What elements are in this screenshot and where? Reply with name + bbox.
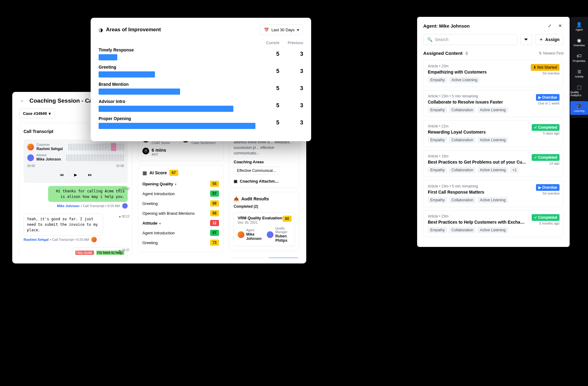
close-icon[interactable]: ✕ [557,22,564,29]
card-title: Collaborate to Resolve Issues Faster [428,100,526,104]
sidenav-item-learning[interactable]: 🎓Learning [570,101,588,115]
filter-icon: ⏷ [524,37,529,42]
coaching-area-chip[interactable]: Effective Communicat… [234,167,280,175]
metric-current: 5 [261,68,279,74]
inbox-icon: 📥 [234,196,239,201]
message-timestamp: 00:12 [119,215,130,218]
ai-subscore-row: Opening with Brand Mentions 68 [142,208,219,218]
date-range-select[interactable]: 📅 Last 30 Days ▾ [260,25,303,35]
waveform-advisor[interactable] [66,154,124,161]
transcript-message: 00:12 Yeah, it's good so far. I just nee… [24,214,128,242]
content-tag: Collaboration [449,107,476,113]
audit-row[interactable]: VRM Quality Evaluation Dec 30, 2021 60 A… [234,212,295,246]
stat-icon: ⏱ [142,148,149,154]
ai-group-header[interactable]: Attitude▾ 12 [142,218,219,228]
card-title: First Call Response Matters [428,190,526,195]
back-button[interactable]: ← [19,97,26,104]
metric-bar [99,54,117,60]
customer-role: Customer [36,143,50,146]
stat-label: Case Sentiment [191,141,215,145]
chevron-down-icon: ▾ [159,222,161,225]
audit-results-panel: 📥Audit Results Completed (2) VRM Quality… [229,192,300,251]
ai-subscore-value: 73 [210,240,219,246]
content-tag: Active Listening [477,107,508,113]
content-tag: Empathy [428,167,447,173]
assign-button[interactable]: ＋Assign [535,34,564,45]
ai-group-score: 55 [210,181,219,187]
sidenav-item-overview[interactable]: ◉Overview [570,36,588,49]
agent-panel-title: Agent: Mike Johnson [423,23,543,28]
metric-bar [99,71,155,78]
content-tag: Active Listening [477,167,508,173]
advisor-name: Mike Johnson [36,157,61,161]
content-tag: Empathy [428,137,447,143]
sidenav-item-quality[interactable]: ⬚Quality Analytics [570,82,588,99]
assigned-content-card[interactable]: Article • 21m Rewarding Loyal Customers … [423,120,564,147]
metric-previous: 3 [285,102,303,109]
sidenav-item-agent[interactable]: 👤Agent [570,20,588,34]
col-previous: Previous [285,40,303,45]
ai-group-header[interactable]: Opening Quality▾ 55 [142,179,219,189]
avatar [267,231,273,238]
prev-button[interactable]: ⏮ [57,171,66,179]
calendar-icon: 📅 [264,28,269,32]
assigned-content-card[interactable]: Article • 23m Best Practices to Help Cus… [423,210,564,237]
ai-score-title: AI Score [149,170,167,175]
schedule-followup-button[interactable]: Schedule Follow-Up [229,258,264,258]
content-tag: Active Listening [477,197,508,203]
message-author[interactable]: Mike Johnson [57,204,79,208]
due-label: 5 days ago [543,131,560,135]
content-tag: Collaboration [449,227,476,233]
stat-value: 6 mins [152,148,166,153]
chart-icon: ⬚ [577,85,582,90]
target-icon: ◑ [99,27,103,33]
complete-session-button[interactable]: Complete Session [267,258,300,258]
status-badge: ✓ Completed [532,124,560,131]
metric-label: Advisor Intro [99,99,255,104]
message-meta: Rashimi Sehgal • Call Transcript • 9:25 … [24,237,128,242]
qm-name: Ruben Philips [275,234,291,243]
stat-label: CSAT Score [152,141,170,145]
ai-subscore-value: 97 [210,191,219,197]
activity-icon: ≣ [577,69,581,74]
time-end: 01:00 [116,164,124,168]
search-input[interactable]: 🔍 Search [423,34,517,45]
avatar [122,203,128,209]
content-tag: Empathy [428,77,447,83]
assigned-content-card[interactable]: Article • 23m Empathizing with Customers… [423,60,564,87]
improvement-row: Greeting 5 3 [99,65,303,78]
message-author[interactable]: Rashimi Sehgal [24,238,49,241]
overview-icon: ◉ [577,38,581,43]
advisor-role: Advisor [36,153,47,157]
avatar [91,237,97,242]
assigned-content-title: Assigned Content [423,51,462,56]
sidenav-item-label: Quality Analytics [570,91,588,97]
assigned-content-card[interactable]: Article • 23m • 5 min remaining First Ca… [423,180,564,207]
next-button[interactable]: ⏭ [85,171,94,179]
waveform-customer[interactable] [68,144,124,150]
sidenav-item-properties[interactable]: 🏷Properties [570,51,588,65]
message-bubble: Hi thanks for calling Acme this is aliso… [48,186,128,202]
coaching-attachments-title: Coaching Attachm… [240,179,279,184]
content-tag: Active Listening [477,137,508,143]
ai-subscore-name: Greeting [142,201,158,206]
overview-stat: ⏱ 6 minsAHT [142,148,179,157]
assigned-content-card[interactable]: Article • 23m • 5 min remaining Collabor… [423,90,564,117]
expand-icon[interactable]: ⤢ [546,22,553,29]
assigned-content-card[interactable]: Article • 15m Best Practices to Get Prob… [423,150,564,177]
stat-label: AHT [152,153,166,156]
play-button[interactable]: ▶ [71,171,80,179]
metric-previous: 3 [285,85,303,92]
filter-button[interactable]: ⏷ [520,34,532,45]
improvement-rows: Timely Response 5 3 Greeting 5 3 Brand M… [99,47,303,129]
improvement-row: Proper Opening 5 3 [99,116,303,129]
improvement-row: Timely Response 5 3 [99,47,303,60]
sort-select[interactable]: ⇅Newest First [539,51,564,55]
ai-subscore-value: 68 [210,210,219,216]
search-icon: 🔍 [427,37,432,42]
ai-subscore-name: Agent Introduction [142,231,175,235]
content-tag: Empathy [428,107,447,113]
sidenav-item-activity[interactable]: ≣Activity [570,67,588,81]
case-select[interactable]: Case #34949▾ [19,108,55,118]
case-label: Case #34949 [23,111,47,116]
